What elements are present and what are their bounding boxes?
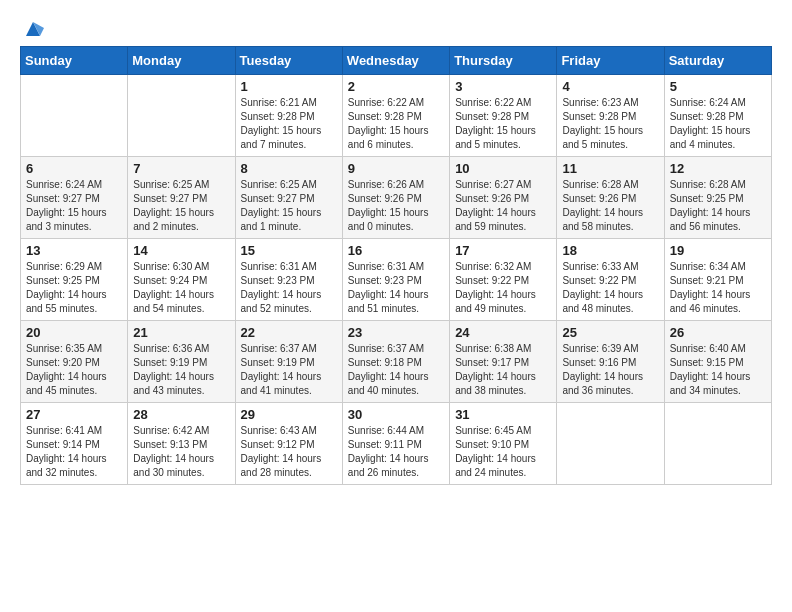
day-info: Sunrise: 6:44 AM Sunset: 9:11 PM Dayligh… [348,424,444,480]
calendar-cell: 16Sunrise: 6:31 AM Sunset: 9:23 PM Dayli… [342,239,449,321]
calendar-cell: 20Sunrise: 6:35 AM Sunset: 9:20 PM Dayli… [21,321,128,403]
calendar-cell: 13Sunrise: 6:29 AM Sunset: 9:25 PM Dayli… [21,239,128,321]
calendar-cell: 3Sunrise: 6:22 AM Sunset: 9:28 PM Daylig… [450,75,557,157]
day-number: 15 [241,243,337,258]
calendar-header-saturday: Saturday [664,47,771,75]
day-info: Sunrise: 6:40 AM Sunset: 9:15 PM Dayligh… [670,342,766,398]
calendar-header-sunday: Sunday [21,47,128,75]
logo-icon [22,18,44,40]
day-info: Sunrise: 6:32 AM Sunset: 9:22 PM Dayligh… [455,260,551,316]
day-number: 14 [133,243,229,258]
day-number: 27 [26,407,122,422]
calendar-cell [664,403,771,485]
calendar-header-friday: Friday [557,47,664,75]
day-number: 29 [241,407,337,422]
calendar-cell: 2Sunrise: 6:22 AM Sunset: 9:28 PM Daylig… [342,75,449,157]
day-info: Sunrise: 6:22 AM Sunset: 9:28 PM Dayligh… [455,96,551,152]
calendar-cell: 14Sunrise: 6:30 AM Sunset: 9:24 PM Dayli… [128,239,235,321]
day-info: Sunrise: 6:21 AM Sunset: 9:28 PM Dayligh… [241,96,337,152]
calendar-cell: 5Sunrise: 6:24 AM Sunset: 9:28 PM Daylig… [664,75,771,157]
day-number: 10 [455,161,551,176]
calendar-header-wednesday: Wednesday [342,47,449,75]
day-info: Sunrise: 6:41 AM Sunset: 9:14 PM Dayligh… [26,424,122,480]
day-number: 26 [670,325,766,340]
calendar-header-tuesday: Tuesday [235,47,342,75]
calendar-cell: 25Sunrise: 6:39 AM Sunset: 9:16 PM Dayli… [557,321,664,403]
day-number: 18 [562,243,658,258]
day-info: Sunrise: 6:25 AM Sunset: 9:27 PM Dayligh… [241,178,337,234]
calendar-cell [21,75,128,157]
day-number: 1 [241,79,337,94]
day-number: 4 [562,79,658,94]
calendar-cell: 15Sunrise: 6:31 AM Sunset: 9:23 PM Dayli… [235,239,342,321]
calendar-cell: 12Sunrise: 6:28 AM Sunset: 9:25 PM Dayli… [664,157,771,239]
day-number: 23 [348,325,444,340]
calendar-cell: 10Sunrise: 6:27 AM Sunset: 9:26 PM Dayli… [450,157,557,239]
calendar-cell: 22Sunrise: 6:37 AM Sunset: 9:19 PM Dayli… [235,321,342,403]
calendar-cell: 28Sunrise: 6:42 AM Sunset: 9:13 PM Dayli… [128,403,235,485]
calendar-week-row: 13Sunrise: 6:29 AM Sunset: 9:25 PM Dayli… [21,239,772,321]
day-number: 7 [133,161,229,176]
day-info: Sunrise: 6:30 AM Sunset: 9:24 PM Dayligh… [133,260,229,316]
day-info: Sunrise: 6:45 AM Sunset: 9:10 PM Dayligh… [455,424,551,480]
calendar-cell: 17Sunrise: 6:32 AM Sunset: 9:22 PM Dayli… [450,239,557,321]
day-info: Sunrise: 6:24 AM Sunset: 9:28 PM Dayligh… [670,96,766,152]
calendar-cell: 24Sunrise: 6:38 AM Sunset: 9:17 PM Dayli… [450,321,557,403]
day-number: 17 [455,243,551,258]
calendar-cell: 26Sunrise: 6:40 AM Sunset: 9:15 PM Dayli… [664,321,771,403]
calendar-cell: 18Sunrise: 6:33 AM Sunset: 9:22 PM Dayli… [557,239,664,321]
day-number: 22 [241,325,337,340]
day-number: 2 [348,79,444,94]
calendar-cell: 29Sunrise: 6:43 AM Sunset: 9:12 PM Dayli… [235,403,342,485]
calendar-cell: 6Sunrise: 6:24 AM Sunset: 9:27 PM Daylig… [21,157,128,239]
day-info: Sunrise: 6:24 AM Sunset: 9:27 PM Dayligh… [26,178,122,234]
day-number: 13 [26,243,122,258]
calendar-cell: 11Sunrise: 6:28 AM Sunset: 9:26 PM Dayli… [557,157,664,239]
day-number: 31 [455,407,551,422]
day-number: 8 [241,161,337,176]
calendar-cell: 31Sunrise: 6:45 AM Sunset: 9:10 PM Dayli… [450,403,557,485]
day-number: 25 [562,325,658,340]
calendar-table: SundayMondayTuesdayWednesdayThursdayFrid… [20,46,772,485]
day-number: 24 [455,325,551,340]
day-number: 6 [26,161,122,176]
day-info: Sunrise: 6:35 AM Sunset: 9:20 PM Dayligh… [26,342,122,398]
day-info: Sunrise: 6:28 AM Sunset: 9:26 PM Dayligh… [562,178,658,234]
calendar-cell: 7Sunrise: 6:25 AM Sunset: 9:27 PM Daylig… [128,157,235,239]
day-number: 9 [348,161,444,176]
calendar-cell: 27Sunrise: 6:41 AM Sunset: 9:14 PM Dayli… [21,403,128,485]
day-number: 21 [133,325,229,340]
day-number: 3 [455,79,551,94]
day-number: 20 [26,325,122,340]
day-number: 12 [670,161,766,176]
calendar-cell: 4Sunrise: 6:23 AM Sunset: 9:28 PM Daylig… [557,75,664,157]
day-info: Sunrise: 6:37 AM Sunset: 9:18 PM Dayligh… [348,342,444,398]
day-info: Sunrise: 6:31 AM Sunset: 9:23 PM Dayligh… [241,260,337,316]
calendar-cell: 23Sunrise: 6:37 AM Sunset: 9:18 PM Dayli… [342,321,449,403]
day-info: Sunrise: 6:25 AM Sunset: 9:27 PM Dayligh… [133,178,229,234]
calendar-cell: 21Sunrise: 6:36 AM Sunset: 9:19 PM Dayli… [128,321,235,403]
calendar-week-row: 20Sunrise: 6:35 AM Sunset: 9:20 PM Dayli… [21,321,772,403]
calendar-cell: 30Sunrise: 6:44 AM Sunset: 9:11 PM Dayli… [342,403,449,485]
calendar-week-row: 27Sunrise: 6:41 AM Sunset: 9:14 PM Dayli… [21,403,772,485]
day-number: 16 [348,243,444,258]
day-info: Sunrise: 6:27 AM Sunset: 9:26 PM Dayligh… [455,178,551,234]
day-info: Sunrise: 6:22 AM Sunset: 9:28 PM Dayligh… [348,96,444,152]
day-info: Sunrise: 6:33 AM Sunset: 9:22 PM Dayligh… [562,260,658,316]
day-info: Sunrise: 6:29 AM Sunset: 9:25 PM Dayligh… [26,260,122,316]
day-number: 28 [133,407,229,422]
day-info: Sunrise: 6:37 AM Sunset: 9:19 PM Dayligh… [241,342,337,398]
calendar-cell [128,75,235,157]
day-number: 19 [670,243,766,258]
day-info: Sunrise: 6:28 AM Sunset: 9:25 PM Dayligh… [670,178,766,234]
day-info: Sunrise: 6:39 AM Sunset: 9:16 PM Dayligh… [562,342,658,398]
page-header [20,20,772,36]
calendar-header-row: SundayMondayTuesdayWednesdayThursdayFrid… [21,47,772,75]
day-info: Sunrise: 6:34 AM Sunset: 9:21 PM Dayligh… [670,260,766,316]
calendar-cell: 1Sunrise: 6:21 AM Sunset: 9:28 PM Daylig… [235,75,342,157]
day-info: Sunrise: 6:42 AM Sunset: 9:13 PM Dayligh… [133,424,229,480]
calendar-cell: 19Sunrise: 6:34 AM Sunset: 9:21 PM Dayli… [664,239,771,321]
calendar-week-row: 1Sunrise: 6:21 AM Sunset: 9:28 PM Daylig… [21,75,772,157]
calendar-week-row: 6Sunrise: 6:24 AM Sunset: 9:27 PM Daylig… [21,157,772,239]
logo [20,20,44,36]
